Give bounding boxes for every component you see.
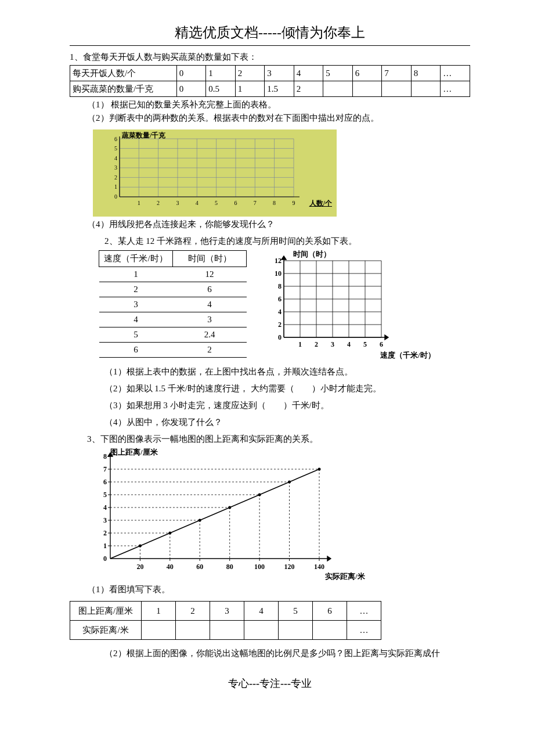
cell: 2.4 <box>173 327 247 343</box>
q2-hdr-speed: 速度（千米/时） <box>99 251 173 267</box>
cell <box>244 621 279 640</box>
cell: 8 <box>411 66 441 81</box>
svg-text:8: 8 <box>273 200 276 206</box>
q1-row2-label: 购买蔬菜的数量/千克 <box>70 81 177 97</box>
svg-text:80: 80 <box>226 563 233 571</box>
q3-p2: （2）根据上面的图像，你能说出这幅地图的比例尺是多少吗？图上距离与实际距离成什 <box>70 648 470 659</box>
table-row: 62 <box>99 343 247 358</box>
q1-chart-svg: 0 1 2 3 4 5 6 1 2 3 4 5 6 7 8 <box>96 133 333 214</box>
svg-text:3: 3 <box>114 164 117 171</box>
q3-intro: 3、下图的图像表示一幅地图的图上距离和实际距离的关系。 <box>70 434 470 445</box>
cell <box>142 621 176 640</box>
svg-text:6: 6 <box>278 295 282 303</box>
q3-ylabel: 图上距离/厘米 <box>110 447 158 458</box>
cell: 2 <box>173 343 247 358</box>
q2-chart-svg: 0 2 4 6 8 10 12 1 2 3 4 5 6 <box>264 250 432 361</box>
cell: 6 <box>313 602 347 621</box>
svg-text:1: 1 <box>138 200 140 206</box>
cell: 4 <box>294 66 323 81</box>
cell: 4 <box>173 297 247 312</box>
cell <box>210 621 244 640</box>
cell: 5 <box>99 327 173 343</box>
svg-text:60: 60 <box>196 563 203 571</box>
svg-text:1: 1 <box>103 542 107 550</box>
cell: … <box>441 66 470 81</box>
cell: 2 <box>99 282 173 297</box>
svg-text:5: 5 <box>363 340 367 348</box>
svg-text:0: 0 <box>278 333 282 341</box>
q3-fill-table: 图上距离/厘米 1 2 3 4 5 6 … 实际距离/米 … <box>70 601 381 640</box>
svg-text:7: 7 <box>254 200 257 206</box>
svg-text:7: 7 <box>103 465 107 473</box>
svg-text:40: 40 <box>167 563 174 571</box>
table-row: 26 <box>99 282 247 297</box>
cell: 0.5 <box>206 81 236 97</box>
q1-p1: （1） 根据已知的数量关系补充完整上面的表格。 <box>70 99 470 110</box>
cell: 0 <box>176 66 206 81</box>
q1-xlabel: 人数/个 <box>309 199 332 208</box>
cell: 3 <box>210 602 244 621</box>
q2-hdr-time: 时间（时） <box>173 251 247 267</box>
cell: 4 <box>244 602 279 621</box>
cell: 2 <box>294 81 323 97</box>
table-row: 34 <box>99 297 247 312</box>
cell: 3 <box>173 312 247 327</box>
svg-marker-67 <box>327 556 331 561</box>
svg-text:1: 1 <box>114 183 117 190</box>
svg-text:8: 8 <box>103 452 107 460</box>
svg-text:1: 1 <box>298 340 302 348</box>
q1-p4: （4）用线段把各点连接起来，你能够发现什么？ <box>70 219 470 230</box>
table-row: 速度（千米/时） 时间（时） <box>99 251 247 267</box>
q1-row1-label: 每天开饭人数/个 <box>70 66 177 81</box>
table-row: 图上距离/厘米 1 2 3 4 5 6 … <box>70 602 381 621</box>
cell <box>352 81 382 97</box>
svg-text:2: 2 <box>278 321 282 329</box>
q1-table: 每天开饭人数/个 0 1 2 3 4 5 6 7 8 … 购买蔬菜的数量/千克 … <box>70 65 470 97</box>
svg-text:4: 4 <box>114 155 117 161</box>
cell: 2 <box>235 66 265 81</box>
page-title: 精选优质文档-----倾情为你奉上 <box>70 23 470 42</box>
svg-text:2: 2 <box>315 340 318 348</box>
cell: 3 <box>265 66 294 81</box>
svg-text:2: 2 <box>103 529 107 537</box>
svg-text:6: 6 <box>114 136 117 142</box>
q1-intro: 1、食堂每天开饭人数与购买蔬菜的数量如下表： <box>70 52 470 63</box>
table-row: 购买蔬菜的数量/千克 0 0.5 1 1.5 2 … <box>70 81 470 97</box>
svg-text:2: 2 <box>157 200 160 206</box>
q1-ylabel: 蔬菜数量/千克 <box>122 131 165 141</box>
cell: 1 <box>142 602 176 621</box>
svg-text:9: 9 <box>293 200 295 206</box>
page-footer: 专心---专注---专业 <box>70 676 470 690</box>
svg-text:8: 8 <box>278 282 282 290</box>
cell: 3 <box>99 297 173 312</box>
svg-text:100: 100 <box>254 563 265 571</box>
svg-text:10: 10 <box>275 269 282 278</box>
q1-chart: 蔬菜数量/千克 <box>93 129 337 217</box>
cell <box>411 81 441 97</box>
q2-p1: （1）根据上表中的数据，在上图中找出各点，并顺次连结各点。 <box>70 366 470 377</box>
cell <box>323 81 353 97</box>
cell: 1 <box>235 81 265 97</box>
q2-chart: 时间（时） <box>264 250 432 361</box>
svg-text:0: 0 <box>114 193 117 200</box>
svg-text:0: 0 <box>103 555 107 563</box>
svg-text:3: 3 <box>331 340 334 348</box>
page: 精选优质文档-----倾情为你奉上 1、食堂每天开饭人数与购买蔬菜的数量如下表：… <box>0 0 534 714</box>
q2-p2: （2）如果以 1.5 千米/时的速度行进， 大约需要（ ）小时才能走完。 <box>70 383 470 394</box>
cell <box>382 81 412 97</box>
svg-text:5: 5 <box>103 491 107 499</box>
q2-p3: （3）如果想用 3 小时走完，速度应达到（ ）千米/时。 <box>70 400 470 411</box>
cell: 5 <box>279 602 313 621</box>
svg-text:3: 3 <box>176 200 179 206</box>
cell: … <box>347 621 381 640</box>
cell: 1.5 <box>265 81 294 97</box>
svg-text:3: 3 <box>103 516 107 524</box>
cell: 1 <box>99 267 173 282</box>
svg-text:2: 2 <box>114 174 117 181</box>
q2-xlabel: 速度（千米/时） <box>380 350 435 361</box>
cell: 6 <box>352 66 382 81</box>
cell: 2 <box>176 602 210 621</box>
q2-ylabel: 时间（时） <box>293 249 331 260</box>
q3t-row1-label: 图上距离/厘米 <box>70 602 142 621</box>
cell: 6 <box>173 282 247 297</box>
